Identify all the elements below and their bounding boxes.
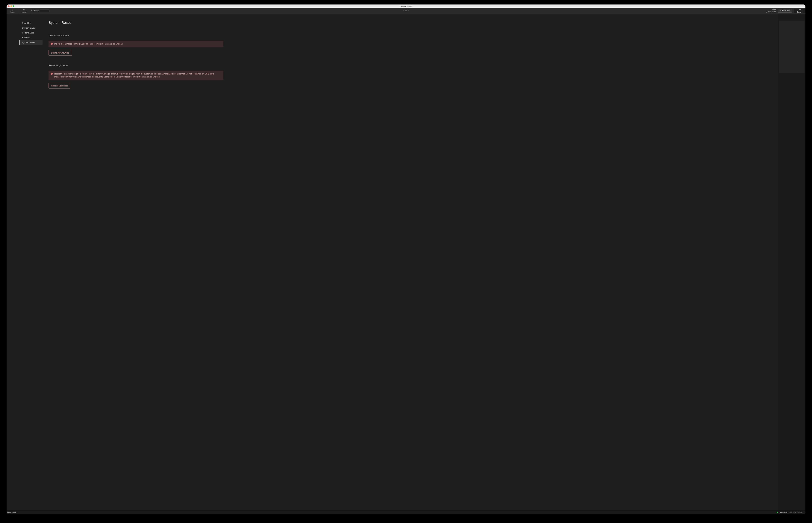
tab-library-label: Library [21, 11, 27, 13]
svg-point-2 [799, 9, 800, 10]
svg-point-1 [407, 10, 408, 10]
gear-icon [799, 8, 801, 11]
window-close-button[interactable] [8, 5, 10, 7]
tab-system-label: System [797, 11, 802, 13]
window-title: transform.client [400, 5, 412, 7]
delete-all-showfiles-button[interactable]: Delete All Showfiles [49, 50, 72, 56]
tab-home[interactable]: Home [6, 8, 18, 14]
status-code: 8DS [766, 8, 776, 11]
right-panel-placeholder [779, 21, 805, 73]
document-icon [766, 11, 767, 13]
warning-icon: ! [51, 73, 53, 75]
connection-status-dot [777, 512, 778, 513]
briefcase-icon [23, 8, 25, 11]
status-block: 8DS Autosaved [766, 8, 776, 13]
topbar: Home Library DSP Load 8DS Autosaved [6, 8, 806, 14]
dsp-load-label: DSP Load [31, 10, 39, 12]
section-delete-showfiles-heading: Delete all showfiles [49, 34, 224, 37]
sidebar-item-performance[interactable]: Performance [19, 30, 42, 35]
sidebar-item-showfiles[interactable]: Showfiles [19, 21, 42, 25]
tab-library[interactable]: Library [18, 8, 30, 14]
sidebar-item-system-reset[interactable]: System Reset [19, 40, 42, 45]
main-area: Showfiles System Status Performance Soft… [6, 14, 806, 510]
home-icon [12, 8, 14, 11]
warning-delete-showfiles-text: Delete all showfiles on this transform.e… [54, 42, 123, 45]
warning-delete-showfiles: ! Delete all showfiles on this transform… [49, 41, 224, 47]
titlebar: transform.client [6, 4, 806, 8]
footer-connection: Connected 169.254.140.195 [777, 511, 803, 513]
footer-message: Don't panic. [7, 511, 17, 513]
autosaved-status: Autosaved [766, 11, 776, 13]
tab-home-label: Home [10, 11, 15, 13]
autosaved-label: Autosaved [768, 11, 776, 13]
sidebar-item-software[interactable]: Software [19, 35, 42, 40]
traffic-lights [8, 5, 14, 7]
reset-plugin-host-button[interactable]: Reset Plugin Host [49, 83, 70, 89]
connected-label: Connected [779, 511, 788, 513]
section-reset-plugin-host-heading: Reset Plugin Host [49, 64, 224, 67]
sidebar-item-system-status[interactable]: System Status [19, 25, 42, 30]
edit-mode-button[interactable]: EDIT MODE [778, 9, 792, 13]
topbar-right: 8DS Autosaved EDIT MODE System [766, 8, 806, 14]
sidebar: Showfiles System Status Performance Soft… [6, 14, 42, 510]
page-content: System Reset Delete all showfiles ! Dele… [42, 14, 229, 510]
tab-system[interactable]: System [794, 8, 806, 13]
warning-reset-plugin-host-text: Reset this transform.engine's Plugin Hos… [54, 72, 221, 78]
svg-rect-0 [23, 9, 25, 10]
dsp-load-section: DSP Load [30, 8, 51, 14]
dsp-load-meter [40, 10, 50, 12]
right-panel [778, 14, 806, 510]
warning-icon: ! [51, 43, 53, 45]
window-minimize-button[interactable] [11, 5, 12, 7]
app-logo [403, 9, 409, 12]
content-wrap: Showfiles System Status Performance Soft… [6, 14, 778, 510]
window-maximize-button[interactable] [13, 5, 14, 7]
footer: Don't panic. Connected 169.254.140.195 [6, 510, 806, 514]
app-window: transform.client Home Library DSP Load [6, 4, 806, 514]
page-title: System Reset [49, 21, 224, 25]
ip-address: 169.254.140.195 [789, 511, 803, 513]
warning-reset-plugin-host: ! Reset this transform.engine's Plugin H… [49, 71, 224, 80]
